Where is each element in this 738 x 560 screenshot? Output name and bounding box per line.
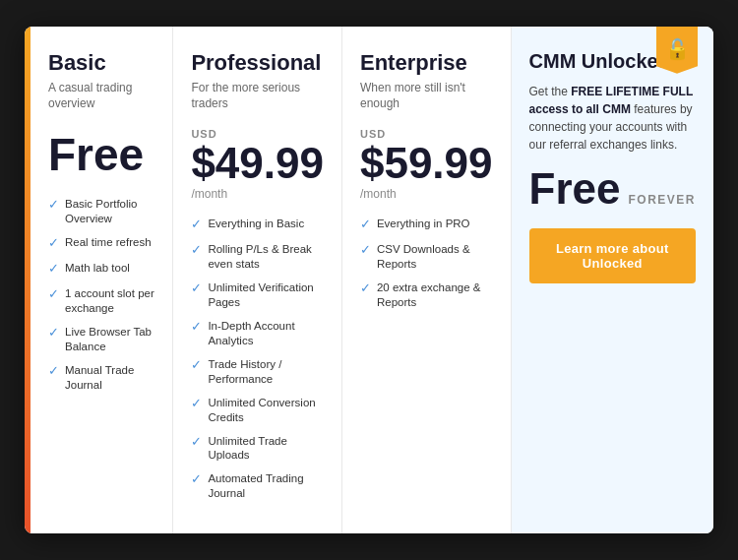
- list-item: ✓Rolling P/Ls & Break even stats: [191, 242, 324, 272]
- learn-more-button[interactable]: Learn more about Unlocked: [529, 228, 696, 283]
- unlocked-forever-label: FOREVER: [628, 193, 696, 207]
- ent-price: $59.99: [360, 142, 493, 185]
- check-icon: ✓: [48, 286, 59, 303]
- list-item: ✓Unlimited Verification Pages: [191, 280, 324, 310]
- check-icon: ✓: [48, 235, 59, 252]
- list-item: ✓CSV Downloads & Reports: [360, 242, 493, 272]
- basic-title: Basic: [48, 50, 154, 76]
- ent-price-block: USD $59.99 /month: [360, 128, 493, 201]
- list-item: ✓Manual Trade Journal: [48, 363, 154, 393]
- list-item: ✓Basic Portfolio Overview: [48, 197, 154, 226]
- pro-title: Professional: [191, 50, 324, 76]
- list-item: ✓Math lab tool: [48, 261, 154, 278]
- list-item: ✓Unlimited Conversion Credits: [191, 396, 324, 425]
- ent-period: /month: [360, 187, 493, 201]
- check-icon: ✓: [191, 396, 202, 412]
- plan-basic: Basic A casual trading overview Free ✓Ba…: [31, 27, 173, 534]
- check-icon: ✓: [191, 280, 202, 297]
- check-icon: ✓: [48, 325, 59, 342]
- list-item: ✓Live Browser Tab Balance: [48, 325, 154, 354]
- lock-icon: 🔓: [665, 37, 690, 61]
- plan-professional: Professional For the more serious trader…: [173, 27, 342, 534]
- basic-price: Free: [48, 128, 154, 181]
- check-icon: ✓: [360, 217, 371, 233]
- list-item: ✓20 extra exchange & Reports: [360, 280, 493, 310]
- list-item: ✓In-Depth Account Analytics: [191, 319, 324, 348]
- list-item: ✓Everything in Basic: [191, 217, 324, 233]
- ent-features: ✓Everything in PRO ✓CSV Downloads & Repo…: [360, 217, 493, 310]
- list-item: ✓Unlimited Trade Uploads: [191, 434, 324, 464]
- list-item: ✓1 account slot per exchange: [48, 286, 154, 316]
- unlocked-free-label: Free: [529, 167, 621, 211]
- check-icon: ✓: [191, 357, 202, 374]
- check-icon: ✓: [48, 363, 59, 380]
- pro-period: /month: [191, 187, 324, 201]
- check-icon: ✓: [191, 471, 202, 488]
- check-icon: ✓: [191, 434, 202, 451]
- plan-unlocked: 🔓 CMM Unlocked Get the FREE LIFETIME FUL…: [512, 27, 713, 534]
- list-item: ✓Trade History / Performance: [191, 357, 324, 387]
- check-icon: ✓: [360, 242, 371, 259]
- check-icon: ✓: [48, 261, 59, 278]
- unlocked-badge: 🔓: [656, 27, 698, 74]
- basic-subtitle: A casual trading overview: [48, 80, 154, 113]
- plan-enterprise: Enterprise When more still isn't enough …: [342, 27, 512, 534]
- pro-subtitle: For the more serious traders: [191, 80, 324, 113]
- check-icon: ✓: [191, 217, 202, 233]
- ent-title: Enterprise: [360, 50, 493, 76]
- basic-features: ✓Basic Portfolio Overview ✓Real time ref…: [48, 197, 154, 392]
- ent-subtitle: When more still isn't enough: [360, 80, 493, 113]
- check-icon: ✓: [48, 197, 59, 214]
- unlocked-bold-text: FREE LIFETIME FULL access to all CMM: [529, 85, 693, 116]
- pro-features: ✓Everything in Basic ✓Rolling P/Ls & Bre…: [191, 217, 324, 501]
- pro-price: $49.99: [191, 142, 324, 185]
- list-item: ✓Everything in PRO: [360, 217, 493, 233]
- unlocked-description: Get the FREE LIFETIME FULL access to all…: [529, 83, 696, 154]
- pricing-container: Basic A casual trading overview Free ✓Ba…: [25, 27, 713, 534]
- pro-price-block: USD $49.99 /month: [191, 128, 324, 201]
- list-item: ✓Automated Trading Journal: [191, 471, 324, 501]
- list-item: ✓Real time refresh: [48, 235, 154, 252]
- check-icon: ✓: [191, 319, 202, 336]
- check-icon: ✓: [191, 242, 202, 259]
- check-icon: ✓: [360, 280, 371, 297]
- unlocked-price-block: Free FOREVER: [529, 167, 696, 211]
